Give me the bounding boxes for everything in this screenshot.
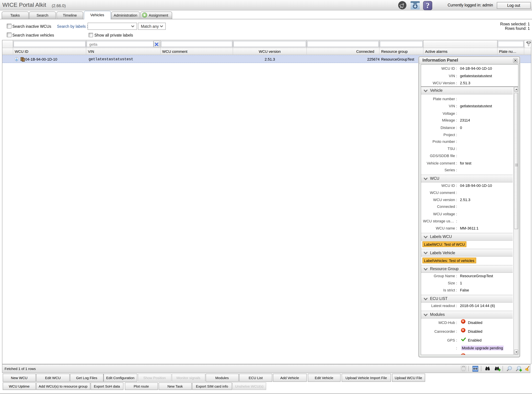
svg-text:?: ? bbox=[426, 1, 430, 10]
